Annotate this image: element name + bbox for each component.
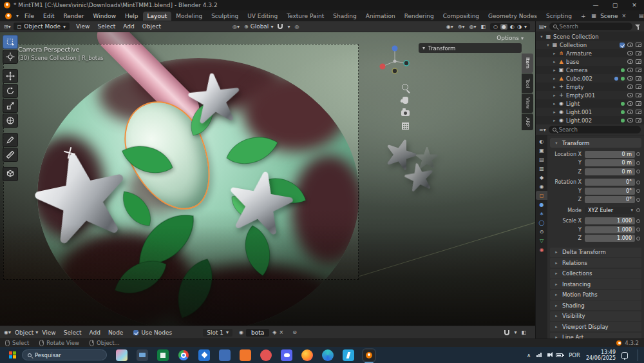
expand-icon[interactable]: ▸	[551, 76, 558, 81]
workspace-tab-rendering[interactable]: Rendering	[400, 12, 439, 21]
expand-icon[interactable]: ▸	[551, 110, 558, 115]
panel-visibility[interactable]: ▸Visibility	[550, 311, 641, 321]
tab-modifiers-icon[interactable]: ●	[536, 200, 547, 209]
close-button[interactable]: ✕	[625, 0, 644, 10]
sidebar-tab-item[interactable]: Item	[522, 54, 533, 73]
tray-expand-icon[interactable]: ∧	[527, 352, 531, 358]
outliner-item-armature[interactable]: ▸ ⋔ Armature	[536, 49, 644, 57]
measure-tool[interactable]	[3, 148, 18, 162]
menu-view[interactable]: View	[72, 23, 93, 30]
workspace-tab-sculpting[interactable]: Sculpting	[207, 12, 243, 21]
workspace-tab-geometry-nodes[interactable]: Geometry Nodes	[484, 12, 542, 21]
location-x-field[interactable]: 0 m	[585, 151, 635, 158]
scale-y-field[interactable]: 1.000	[585, 226, 635, 233]
material-name-field[interactable]: bota	[246, 329, 269, 337]
menu-select[interactable]: Select	[93, 23, 119, 30]
panel-relations[interactable]: ▸Relations	[550, 258, 641, 268]
shading-dropdown-icon[interactable]: ▾	[524, 24, 527, 30]
hide-viewport-toggle[interactable]	[627, 110, 633, 114]
zoom-icon[interactable]	[399, 81, 411, 93]
pin-icon[interactable]: ⊙	[292, 329, 297, 335]
select-box-tool[interactable]	[3, 35, 18, 49]
workspace-tab-scripting[interactable]: Scripting	[542, 12, 576, 21]
filter-icon[interactable]	[635, 24, 641, 30]
transform-orientation-dropdown[interactable]: ⊕ Global ▾	[244, 23, 273, 30]
hide-viewport-toggle[interactable]	[627, 68, 633, 72]
expand-icon[interactable]: ▸	[551, 59, 558, 64]
hide-viewport-toggle[interactable]	[627, 43, 633, 47]
scale-x-field[interactable]: 1.000	[585, 217, 635, 224]
menu-edit[interactable]: Edit	[39, 13, 59, 19]
rotate-tool[interactable]	[3, 84, 18, 98]
tab-object-icon[interactable]: ◻	[536, 191, 547, 200]
viewlayer-browse-icon[interactable]: ▤	[638, 13, 644, 19]
taskbar-app-custom-icon[interactable]	[116, 349, 128, 361]
disable-render-toggle[interactable]	[636, 51, 641, 55]
animate-decorator[interactable]	[635, 237, 641, 240]
rotation-z-field[interactable]: 0°	[585, 196, 635, 203]
disable-render-toggle[interactable]	[636, 68, 641, 72]
taskbar-app-firefox-icon[interactable]	[301, 349, 313, 361]
taskbar-app-vscode-icon[interactable]	[343, 349, 354, 361]
rotation-x-field[interactable]: 0°	[585, 179, 635, 186]
outliner-item-scene-collection[interactable]: ▾ ▦ Scene Collection	[536, 32, 644, 41]
properties-search-input[interactable]: Search	[549, 126, 641, 133]
outliner-item-light-002[interactable]: ▸ ◉ Light.002	[536, 116, 644, 124]
outliner-item-empty[interactable]: ▸ + Empty	[536, 83, 644, 91]
show-desktop-button[interactable]	[638, 349, 639, 361]
shader-type-dropdown[interactable]: Object▾	[15, 329, 38, 336]
sidebar-transform-panel-header[interactable]: ▾Transform	[419, 43, 522, 53]
menu-object[interactable]: Object	[138, 23, 165, 30]
taskbar-app-chrome-icon[interactable]	[178, 349, 189, 361]
3d-viewport[interactable]: Camera Perspective (30) Scene Collection…	[0, 32, 535, 326]
menu-file[interactable]: File	[20, 13, 39, 19]
overlays-toggle-icon[interactable]: ◍▾	[469, 24, 476, 30]
animate-decorator[interactable]	[635, 181, 641, 184]
animate-decorator[interactable]	[635, 161, 641, 165]
notifications-icon[interactable]	[621, 352, 628, 358]
menu-node[interactable]: Node	[104, 329, 128, 336]
pan-hand-icon[interactable]	[399, 94, 411, 106]
tab-output-icon[interactable]: ▤	[536, 155, 547, 164]
panel-viewport-display[interactable]: ▸Viewport Display	[550, 322, 641, 331]
snap-dropdown-icon[interactable]: ▾	[287, 24, 290, 30]
animate-decorator[interactable]	[635, 152, 641, 156]
outliner-item-light[interactable]: ▸ ◉ Light	[536, 99, 644, 108]
add-workspace-button[interactable]: +	[576, 12, 591, 21]
network-icon[interactable]	[536, 353, 542, 357]
animate-decorator[interactable]	[635, 219, 641, 223]
perspective-toggle-icon[interactable]	[399, 120, 411, 132]
menu-view[interactable]: View	[38, 329, 59, 336]
panel-collections[interactable]: ▸Collections	[550, 269, 641, 279]
workspace-tab-compositing[interactable]: Compositing	[439, 12, 484, 21]
shading-solid-icon[interactable]: ●	[500, 24, 507, 30]
menu-select[interactable]: Select	[60, 329, 86, 336]
tab-particles-icon[interactable]: ∗	[536, 209, 547, 218]
disable-render-toggle[interactable]	[636, 101, 641, 106]
tab-render-icon[interactable]: ▣	[536, 146, 547, 155]
menu-help[interactable]: Help	[120, 13, 143, 19]
menu-render[interactable]: Render	[59, 13, 89, 19]
minimize-button[interactable]: —	[586, 0, 605, 10]
expand-icon[interactable]: ▾	[545, 43, 551, 48]
taskbar-app-blue-icon[interactable]	[219, 349, 231, 361]
snap-dropdown-icon[interactable]: ▾	[514, 329, 516, 335]
disable-render-toggle[interactable]	[636, 93, 641, 97]
snap-magnet-icon[interactable]	[278, 24, 283, 29]
start-button[interactable]	[9, 351, 17, 359]
expand-icon[interactable]: ▸	[551, 93, 558, 98]
tab-tool-icon[interactable]: ◐	[536, 137, 547, 146]
battery-icon[interactable]	[556, 353, 563, 357]
workspace-tab-texture-paint[interactable]: Texture Paint	[282, 12, 328, 21]
snap-magnet-icon[interactable]	[504, 330, 509, 335]
tab-physics-icon[interactable]: ◯	[536, 218, 547, 227]
location-z-field[interactable]: 0 m	[585, 168, 635, 175]
outliner-item-light-001[interactable]: ▸ ◉ Light.001	[536, 108, 644, 116]
overlays-toggle-icon[interactable]: ◧	[521, 329, 526, 335]
taskbar-search-input[interactable]: Pesquisar	[22, 349, 107, 360]
unlink-material-icon[interactable]: ×	[279, 329, 284, 335]
menu-window[interactable]: Window	[89, 13, 121, 19]
outliner-search-input[interactable]: Search	[549, 23, 632, 30]
animate-decorator[interactable]	[635, 198, 641, 202]
shading-material-icon[interactable]: ◐	[510, 24, 515, 30]
